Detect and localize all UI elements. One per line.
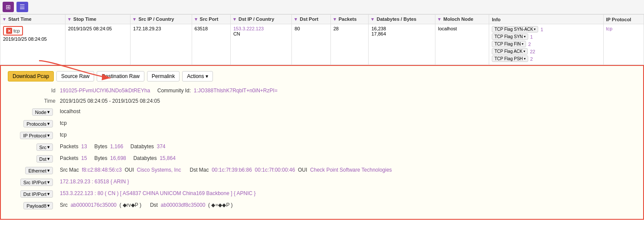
col-header-dst-ip[interactable]: ▾ Dst IP / Country <box>230 15 291 24</box>
detail-src-stats-row: Src ▾ Packets 13 Bytes 1,166 Databytes 3… <box>8 143 636 151</box>
cell-info: TCP Flag SYN-ACK ▾ 1 TCP Flag SYN ▾ 1 TC… <box>489 24 603 65</box>
tcp-flag-item: TCP Flag ACK ▾ 22 <box>492 48 600 55</box>
src-bytes-value: 1,166 <box>110 143 123 150</box>
src-dropdown-button[interactable]: Src ▾ <box>36 143 53 151</box>
dst-oui-link[interactable]: Check Point Software Technologies <box>310 167 392 173</box>
sort-icon-moloch: ▾ <box>438 16 441 22</box>
ethernet-dropdown-button[interactable]: Ethernet ▾ <box>25 167 53 174</box>
payload-caret-icon: ▾ <box>47 203 50 208</box>
cell-packets: 28 <box>330 24 369 65</box>
sort-icon-src-ip: ▾ <box>133 16 136 22</box>
tcp-flag-button[interactable]: TCP Flag SYN-ACK ▾ <box>492 26 538 33</box>
src-ip-port-value[interactable]: 172.18.29.23 : 63518 { ARIN } <box>60 179 129 185</box>
cell-moloch-node: localhost <box>435 24 489 65</box>
detail-dst-stats-row: Dst ▾ Packets 15 Bytes 16,698 Databytes … <box>8 155 636 163</box>
node-caret-icon: ▾ <box>47 109 50 115</box>
src-payload-hash[interactable]: ab00000176c35000 <box>71 202 117 208</box>
sort-icon-src-port: ▾ <box>195 16 197 22</box>
dst-mac-link-2[interactable]: 00:1c:7f:00:00:46 <box>255 167 295 173</box>
tcp-flag-item: TCP Flag FIN ▾ 2 <box>492 41 600 47</box>
permalink-button[interactable]: Permalink <box>147 71 180 81</box>
dst-ip-port-dropdown-button[interactable]: Dst IP/Port ▾ <box>20 190 53 198</box>
annotation-arrow <box>26 56 121 82</box>
dst-mac-link-1[interactable]: 00:1c:7f:39:b6:86 <box>212 167 252 173</box>
dst-ip-port-caret-icon: ▾ <box>47 191 50 197</box>
dst-packets-value: 15 <box>81 155 87 161</box>
detail-node-row: Node ▾ localhost <box>8 108 636 116</box>
col-header-packets[interactable]: ▾ Packets <box>330 15 369 24</box>
col-header-start-time[interactable]: ▾ Start Time <box>0 15 65 24</box>
src-databytes-value: 374 <box>157 143 165 150</box>
col-header-src-port[interactable]: ▾ Src Port <box>192 15 230 24</box>
src-caret-icon: ▾ <box>47 144 50 150</box>
actions-caret-icon: ▾ <box>206 73 208 79</box>
protocols-caret-icon: ▾ <box>47 121 50 127</box>
src-packets-value: 13 <box>81 143 87 150</box>
actions-button[interactable]: Actions ▾ <box>182 71 212 81</box>
grid-view-button[interactable]: ⊞ <box>3 2 14 12</box>
ip-protocol-dropdown-button[interactable]: IP Protocol ▾ <box>20 132 53 139</box>
table-view-button[interactable]: ☰ <box>16 2 28 12</box>
protocols-dropdown-button[interactable]: Protocols ▾ <box>23 120 53 127</box>
sort-icon-databytes: ▾ <box>371 16 374 22</box>
remove-filter-button[interactable]: ✕ <box>6 28 12 34</box>
col-header-info: Info <box>489 15 603 24</box>
cell-databytes: 16,238 17,864 <box>369 24 435 65</box>
tcp-flag-item: TCP Flag SYN-ACK ▾ 1 <box>492 26 600 33</box>
col-header-dst-port[interactable]: ▾ Dst Port <box>292 15 330 24</box>
detail-payload-row: Payload8 ▾ Src ab00000176c35000 ( ◆rv◆P … <box>8 202 636 209</box>
community-id-link[interactable]: 1:JO388ThlshK7RqblT+n0iN+RzPI= <box>194 88 278 94</box>
tcp-flag-button[interactable]: TCP Flag PSH ▾ <box>492 55 528 62</box>
tcp-flag-caret-icon: ▾ <box>524 35 526 39</box>
col-header-src-ip[interactable]: ▾ Src IP / Country <box>131 15 192 24</box>
detail-id-row: Id 191025-PFvmUClYl6JNDo5ikDtREYha Commu… <box>8 88 636 94</box>
dst-dropdown-button[interactable]: Dst ▾ <box>36 155 53 163</box>
sort-icon-dst-port: ▾ <box>294 16 297 22</box>
table-header-row: ▾ Start Time ▾ Stop Time ▾ Src IP / Coun… <box>0 15 644 24</box>
col-header-moloch-node[interactable]: ▾ Moloch Node <box>435 15 489 24</box>
detail-panel: Download Pcap Source Raw Destination Raw… <box>0 65 644 220</box>
cell-dst-ip: 153.3.222.123 CN <box>230 24 291 65</box>
tcp-flag-button[interactable]: TCP Flag FIN ▾ <box>492 41 526 47</box>
cell-src-ip: 172.18.29.23 <box>131 24 192 65</box>
src-oui-link[interactable]: Cisco Systems, Inc <box>137 167 181 173</box>
header-toolbar: ⊞ ☰ <box>0 0 644 14</box>
col-header-stop-time[interactable]: ▾ Stop Time <box>65 15 131 24</box>
tcp-flag-caret-icon: ▾ <box>523 49 525 53</box>
sort-icon-start-time: ▾ <box>3 16 6 22</box>
session-id-link[interactable]: 191025-PFvmUClYl6JNDo5ikDtREYha <box>60 88 150 94</box>
detail-src-ip-port-row: Src IP/Port ▾ 172.18.29.23 : 63518 { ARI… <box>8 179 636 186</box>
cell-dst-port: 80 <box>292 24 330 65</box>
tcp-flag-item: TCP Flag PSH ▾ 2 <box>492 55 600 62</box>
detail-ethernet-row: Ethernet ▾ Src Mac f8:c2:88:48:56:c3 OUI… <box>8 167 636 174</box>
sort-icon-dst-ip: ▾ <box>233 16 236 22</box>
tcp-flag-caret-icon: ▾ <box>522 42 523 46</box>
dst-payload-hash[interactable]: ab00003df8c35000 <box>161 202 206 208</box>
tcp-flag-button[interactable]: TCP Flag ACK ▾ <box>492 48 528 55</box>
ip-protocol-caret-icon: ▾ <box>47 133 50 138</box>
ethernet-caret-icon: ▾ <box>47 168 50 173</box>
col-header-databytes[interactable]: ▾ Databytes / Bytes <box>369 15 435 24</box>
sort-icon-stop-time: ▾ <box>68 16 71 22</box>
sort-icon-packets: ▾ <box>333 16 336 22</box>
payload-dropdown-button[interactable]: Payload8 ▾ <box>23 202 53 209</box>
src-ip-port-caret-icon: ▾ <box>47 179 50 185</box>
dst-ip-port-value[interactable]: 153.3.222.123 : 80 ( CN ) [ AS4837 CHINA… <box>60 190 256 196</box>
detail-time-row: Time 2019/10/25 08:24:05 - 2019/10/25 08… <box>8 98 636 104</box>
col-header-ip-protocol: IP Protocol <box>603 15 644 24</box>
src-mac-link[interactable]: f8:c2:88:48:56:c3 <box>82 167 122 173</box>
src-ip-port-dropdown-button[interactable]: Src IP/Port ▾ <box>20 179 53 186</box>
tcp-flag-caret-icon: ▾ <box>534 27 536 31</box>
dst-databytes-value: 15,864 <box>160 155 176 161</box>
detail-protocols-row: Protocols ▾ tcp <box>8 120 636 127</box>
filter-tag-tcp: ✕ tcp <box>3 26 23 36</box>
tcp-flag-caret-icon: ▾ <box>524 57 526 61</box>
tcp-flag-item: TCP Flag SYN ▾ 1 <box>492 33 600 40</box>
tcp-flag-button[interactable]: TCP Flag SYN ▾ <box>492 33 528 40</box>
node-dropdown-button[interactable]: Node ▾ <box>32 108 53 116</box>
dst-bytes-value: 16,698 <box>110 155 126 161</box>
cell-ip-protocol: tcp <box>603 24 644 65</box>
dst-caret-icon: ▾ <box>47 156 50 162</box>
detail-dst-ip-port-row: Dst IP/Port ▾ 153.3.222.123 : 80 ( CN ) … <box>8 190 636 198</box>
cell-src-port: 63518 <box>192 24 230 65</box>
